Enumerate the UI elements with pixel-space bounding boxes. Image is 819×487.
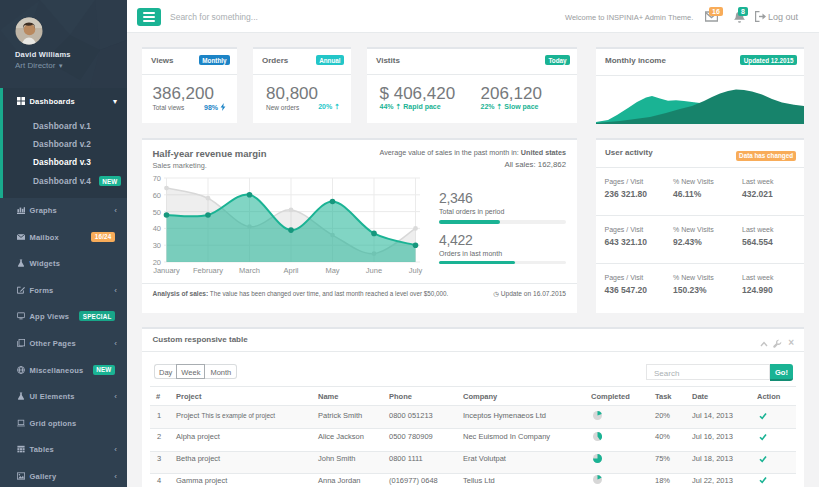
- svg-text:July: July: [409, 266, 423, 275]
- svg-text:March: March: [239, 266, 260, 275]
- svg-text:70: 70: [153, 174, 161, 183]
- svg-text:30: 30: [153, 241, 161, 250]
- svg-text:May: May: [325, 266, 339, 275]
- svg-text:50: 50: [153, 208, 161, 217]
- svg-text:April: April: [283, 266, 298, 275]
- svg-text:February: February: [193, 266, 223, 275]
- svg-text:60: 60: [153, 191, 161, 200]
- svg-text:40: 40: [153, 224, 161, 233]
- svg-text:January: January: [153, 266, 180, 275]
- svg-text:June: June: [366, 266, 382, 275]
